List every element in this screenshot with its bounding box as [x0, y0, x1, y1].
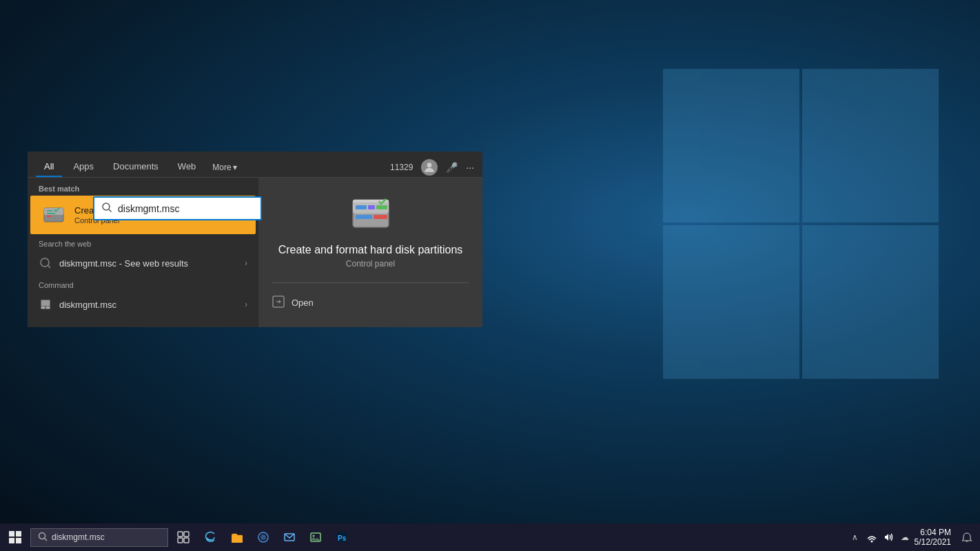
search-web-item[interactable]: diskmgmt.msc - See web results › — [28, 251, 258, 276]
tab-bar-right: 11329 🎤 ··· — [390, 159, 474, 176]
svg-rect-17 — [376, 205, 387, 209]
command-label: Command — [28, 276, 258, 292]
clock-date: 5/12/2021 — [915, 537, 951, 547]
tab-web[interactable]: Web — [170, 157, 205, 177]
search-bar-container: diskmgmt.msc — [93, 196, 262, 220]
svg-rect-31 — [178, 538, 183, 543]
search-web-arrow: › — [245, 258, 247, 268]
right-title: Create and format hard disk partitions — [278, 244, 463, 256]
network-icon[interactable] — [865, 530, 879, 544]
svg-rect-26 — [16, 538, 21, 543]
right-panel: Create and format hard disk partitions C… — [258, 178, 482, 327]
svg-rect-30 — [184, 532, 189, 537]
command-arrow: › — [245, 300, 247, 309]
photoshop-icon[interactable]: Ps — [329, 525, 354, 550]
svg-rect-24 — [16, 531, 21, 537]
taskbar-apps: Ps — [198, 525, 354, 550]
svg-point-21 — [103, 203, 110, 210]
right-divider — [272, 282, 469, 283]
task-view-button[interactable] — [171, 525, 196, 550]
tab-more[interactable]: More ▾ — [207, 158, 242, 176]
svg-text:Ps: Ps — [338, 534, 347, 542]
taskbar-tray: ∧ ☁ 6:04 PM 5/12/2021 — [848, 525, 977, 550]
svg-point-38 — [313, 535, 315, 537]
svg-line-7 — [48, 266, 51, 269]
tab-more-label: More — [212, 163, 231, 172]
open-icon — [272, 295, 286, 309]
tab-bar: All Apps Documents Web More ▾ 11329 🎤 ··… — [28, 152, 482, 178]
photos-icon[interactable] — [303, 525, 328, 550]
svg-rect-16 — [368, 205, 375, 209]
svg-point-0 — [427, 163, 432, 167]
edge-icon[interactable] — [198, 525, 223, 550]
search-icon — [101, 202, 112, 215]
svg-line-28 — [45, 538, 48, 541]
search-input[interactable]: diskmgmt.msc — [118, 203, 254, 214]
chevron-down-icon: ▾ — [233, 163, 237, 172]
search-bar[interactable]: diskmgmt.msc — [93, 196, 262, 220]
search-web-icon — [39, 256, 52, 270]
tab-score: 11329 — [390, 163, 413, 172]
taskbar-search-text: diskmgmt.msc — [52, 532, 105, 542]
cortana-icon[interactable] — [251, 525, 276, 550]
svg-rect-29 — [178, 532, 183, 537]
tray-arrow[interactable]: ∧ — [848, 530, 862, 544]
tab-documents[interactable]: Documents — [105, 157, 167, 177]
svg-rect-10 — [41, 306, 45, 309]
search-web-label: Search the web — [28, 234, 258, 251]
svg-point-35 — [261, 534, 266, 540]
open-action[interactable]: Open — [272, 291, 469, 313]
taskbar-clock[interactable]: 6:04 PM 5/12/2021 — [915, 528, 951, 548]
weather-icon[interactable]: ☁ — [898, 530, 912, 544]
svg-rect-11 — [46, 306, 50, 309]
file-explorer-icon[interactable] — [225, 525, 249, 550]
tab-all[interactable]: All — [36, 157, 62, 177]
clock-time: 6:04 PM — [915, 528, 951, 537]
search-web-text: diskmgmt.msc - See web results — [59, 258, 238, 269]
tab-apps[interactable]: Apps — [65, 157, 102, 177]
command-text: diskmgmt.msc — [59, 300, 238, 310]
volume-icon[interactable] — [881, 530, 895, 544]
right-disk-icon — [349, 191, 393, 236]
best-match-label: Best match — [28, 178, 258, 196]
tab-avatar[interactable] — [421, 159, 438, 176]
svg-rect-9 — [41, 300, 50, 306]
mail-icon[interactable] — [277, 525, 302, 550]
svg-point-41 — [870, 541, 872, 543]
svg-rect-19 — [374, 215, 387, 219]
svg-point-27 — [39, 532, 45, 539]
search-popup: All Apps Documents Web More ▾ 11329 🎤 ··… — [28, 152, 482, 327]
svg-line-22 — [109, 209, 112, 212]
svg-rect-15 — [356, 205, 367, 209]
notification-icon[interactable] — [957, 525, 977, 550]
svg-rect-18 — [356, 215, 372, 219]
disk-management-icon — [41, 202, 66, 227]
svg-rect-33 — [232, 535, 243, 543]
svg-rect-32 — [184, 538, 189, 543]
command-icon — [39, 298, 52, 311]
more-options-icon[interactable]: ··· — [466, 162, 474, 173]
svg-rect-23 — [9, 531, 14, 537]
desktop: All Apps Documents Web More ▾ 11329 🎤 ··… — [0, 0, 980, 551]
svg-point-6 — [41, 258, 49, 267]
windows-logo-decoration — [663, 69, 939, 379]
svg-rect-25 — [9, 538, 14, 543]
open-text: Open — [292, 298, 314, 308]
microphone-icon[interactable]: 🎤 — [446, 162, 458, 173]
start-button[interactable] — [3, 525, 28, 550]
right-subtitle: Control panel — [346, 259, 395, 269]
taskbar-search-icon — [38, 532, 48, 543]
taskbar-search[interactable]: diskmgmt.msc — [30, 528, 168, 547]
command-item[interactable]: diskmgmt.msc › — [28, 292, 258, 317]
taskbar: diskmgmt.msc — [0, 523, 980, 551]
